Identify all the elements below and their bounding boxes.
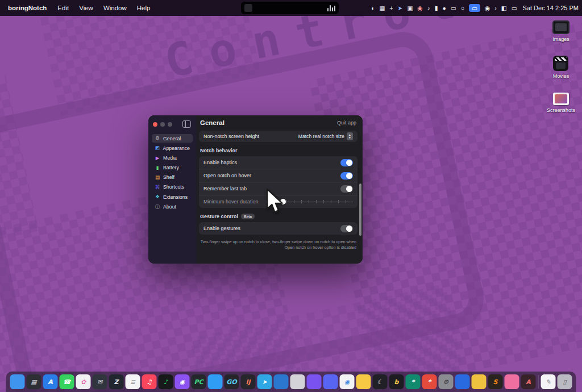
- dock-app-15[interactable]: IJ: [241, 374, 256, 389]
- search-icon[interactable]: ○: [461, 5, 464, 11]
- sublime-text[interactable]: S: [488, 374, 503, 389]
- vscode[interactable]: [274, 374, 289, 389]
- dock-app-23[interactable]: ☾: [373, 374, 388, 389]
- location-icon[interactable]: ➤: [398, 5, 403, 11]
- dock-app-7[interactable]: Z: [109, 374, 124, 389]
- zoom-button[interactable]: [168, 122, 172, 127]
- dock-app-icon: ♪: [159, 374, 173, 389]
- sidebar-item-icon: ▤: [155, 175, 160, 180]
- menu-item[interactable]: View: [74, 5, 98, 11]
- photos[interactable]: ✿: [76, 374, 91, 389]
- enable-haptics-toggle[interactable]: [340, 159, 353, 166]
- sidebar-item-battery[interactable]: ▮ Battery: [152, 164, 193, 172]
- chrome[interactable]: ◉: [340, 374, 355, 389]
- stage-manager-icon[interactable]: ▣: [407, 5, 413, 11]
- keyboard-battery-icon[interactable]: ▭: [451, 5, 456, 11]
- dock-app-icon: [472, 374, 487, 389]
- dock-app-25[interactable]: *: [406, 374, 421, 389]
- add-icon[interactable]: +: [389, 5, 393, 11]
- dock-app-8[interactable]: ≡: [126, 374, 140, 389]
- dock-app-22[interactable]: [356, 374, 371, 389]
- user-icon[interactable]: ●: [443, 5, 446, 11]
- sidebar-item-about[interactable]: ⓘ About: [152, 202, 193, 211]
- dock-app-icon: *: [422, 374, 437, 389]
- battery-icon[interactable]: ▮: [435, 5, 438, 11]
- chevron-right-icon[interactable]: ›: [494, 5, 497, 11]
- dock-app-icon: ▯: [558, 374, 572, 389]
- remember-last-tab-toggle[interactable]: [340, 185, 353, 193]
- menu-app-name[interactable]: boringNotch: [8, 5, 47, 11]
- quit-app-button[interactable]: Quit app: [337, 120, 356, 126]
- hover-duration-slider[interactable]: [279, 198, 353, 205]
- sidebar-item-label: Battery: [163, 165, 179, 170]
- dock-app-29[interactable]: [472, 374, 487, 389]
- open-notch-on-hover-toggle[interactable]: [340, 172, 353, 180]
- screen-height-dropdown[interactable]: Match real notch size ▴▾: [298, 132, 353, 140]
- textedit[interactable]: ✎: [541, 374, 556, 389]
- desktop-icon-screenshots[interactable]: Screenshots: [547, 93, 575, 113]
- dock-app-icon: ☎: [60, 374, 74, 389]
- dock-app-11[interactable]: ◉: [175, 374, 190, 389]
- trash[interactable]: ▯: [558, 374, 572, 389]
- dock-app-14[interactable]: GO: [225, 374, 239, 389]
- sidebar-item-shelf[interactable]: ▤ Shelf: [152, 173, 193, 182]
- screen-mirroring-icon[interactable]: ▭: [469, 4, 480, 12]
- minimize-button[interactable]: [160, 122, 165, 127]
- whatsapp[interactable]: ☎: [60, 374, 74, 389]
- dock-app-18[interactable]: [290, 374, 305, 389]
- sidebar-item-extensions[interactable]: ❖ Extensions: [152, 193, 193, 201]
- discord[interactable]: [323, 374, 338, 389]
- record-icon[interactable]: ◉: [485, 5, 490, 11]
- wallpaper-checker: [38, 0, 261, 116]
- menu-clock[interactable]: Sat Dec 14 2:25 PM: [523, 5, 579, 11]
- dock-app-12[interactable]: PC: [192, 374, 206, 389]
- dock-app-icon: S: [488, 374, 503, 389]
- dock-app-19[interactable]: [307, 374, 322, 389]
- menu-item[interactable]: Window: [98, 5, 132, 11]
- music[interactable]: ♫: [142, 374, 157, 389]
- enable-gestures-toggle[interactable]: [340, 225, 353, 232]
- menu-list: EditViewWindowHelp: [52, 5, 155, 11]
- control-center-icon[interactable]: ◧: [501, 5, 507, 11]
- system-settings[interactable]: ⚙: [439, 374, 454, 389]
- desktop-icon-movies[interactable]: Movies: [553, 56, 569, 79]
- focus-icon[interactable]: ◉: [417, 5, 422, 11]
- sidebar-items: ⚙ General ◩ Appearance ▶ Media ▮ Battery…: [152, 134, 193, 212]
- mouse-cursor: [266, 189, 285, 215]
- sidebar-toggle-icon[interactable]: [182, 120, 191, 128]
- keyboard-brightness-icon[interactable]: ◐: [371, 5, 375, 11]
- sidebar-item-media[interactable]: ▶ Media: [152, 153, 193, 162]
- dock-app-2[interactable]: ▦: [27, 374, 41, 389]
- sidebar-item-general[interactable]: ⚙ General: [152, 134, 193, 143]
- finder[interactable]: [10, 374, 25, 389]
- dock-app-icon: PC: [192, 374, 206, 389]
- close-button[interactable]: [153, 122, 157, 127]
- dock-app-31[interactable]: [505, 374, 519, 389]
- scrollbar[interactable]: [359, 184, 361, 236]
- setting-row-screen-height: Non-notch screen height Match real notch…: [199, 131, 357, 142]
- spotify[interactable]: ♪: [159, 374, 173, 389]
- dock-app-24[interactable]: b: [389, 374, 404, 389]
- telegram[interactable]: ➤: [257, 374, 272, 389]
- music-note-icon[interactable]: ♪: [427, 5, 430, 11]
- display-icon[interactable]: ▭: [512, 5, 517, 11]
- dock-app-13[interactable]: [208, 374, 223, 389]
- dock-app-icon: ✿: [76, 374, 91, 389]
- mail[interactable]: ✉: [93, 374, 107, 389]
- menu-bar: boringNotch EditViewWindowHelp ◐▦+➤▣◉♪▮●…: [0, 0, 582, 16]
- setting-row-enable-haptics: Enable haptics: [199, 156, 357, 169]
- desktop-icon-images[interactable]: Images: [552, 20, 569, 42]
- dock-app-26[interactable]: *: [422, 374, 437, 389]
- notch-media-widget[interactable]: [241, 2, 339, 14]
- dock-app-32[interactable]: A: [521, 374, 536, 389]
- menu-item[interactable]: Edit: [52, 5, 74, 11]
- calendar-icon[interactable]: ▦: [380, 5, 385, 11]
- menu-item[interactable]: Help: [132, 5, 156, 11]
- sidebar-item-shortcuts[interactable]: ⌘ Shortcuts: [152, 183, 193, 191]
- sidebar-item-appearance[interactable]: ◩ Appearance: [152, 144, 193, 152]
- dock-app-28[interactable]: [455, 374, 470, 389]
- window-title: General: [200, 119, 225, 126]
- dock-app-icon: ⚙: [439, 374, 454, 389]
- gesture-control-group: Enable gestures: [199, 222, 357, 235]
- app-store[interactable]: A: [43, 374, 58, 389]
